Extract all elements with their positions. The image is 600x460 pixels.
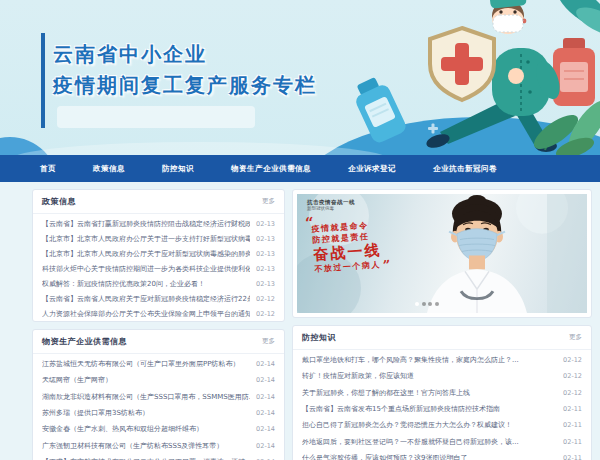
news-item[interactable]: 【云南省】云南省打赢新冠肺炎疫情防控阻击战稳定经济运行财税政...02-13 [42, 216, 275, 231]
news-item[interactable]: 【云南省】云南省人民政府关于应对新冠肺炎疫情稳定经济运行22条...02-12 [42, 291, 275, 306]
carousel-dot[interactable] [428, 302, 432, 306]
news-item[interactable]: 转扩！疫情应对新政策，你应该知道02-12 [302, 368, 582, 384]
knowledge-more-link[interactable]: 更多 [569, 333, 582, 342]
panel-knowledge-header: 防控知识 更多 [293, 326, 591, 350]
policy-more-link[interactable]: 更多 [262, 197, 275, 206]
panel-knowledge: 防控知识 更多 戴口罩坐地铁和打车，哪个风险高？聚集性疫情，家庭内怎么防止？..… [292, 325, 592, 460]
news-item[interactable]: 【云南省】云南省发布15个重点场所新冠肺炎疫情防控技术指南02-11 [302, 401, 582, 417]
banner-carousel: 抗击疫情奋战一线 新型冠状病毒 “ 疫情就是命令 防控就是责任 奋战一线 不放过… [292, 189, 592, 318]
panel-knowledge-title: 防控知识 [302, 332, 336, 343]
panel-policy: 政策信息 更多 【云南省】云南省打赢新冠肺炎疫情防控阻击战稳定经济运行财税政..… [32, 189, 285, 322]
news-item[interactable]: 安徽金春（生产水刺、热风布和双组分超细纤维布）02-14 [42, 421, 275, 437]
nav-item-supply[interactable]: 物资生产企业供需信息 [231, 164, 311, 174]
right-column: 抗击疫情奋战一线 新型冠状病毒 “ 疫情就是命令 防控就是责任 奋战一线 不放过… [292, 189, 592, 460]
shield-icon [430, 28, 494, 100]
panel-policy-title: 政策信息 [42, 196, 76, 207]
panel-supply-title: 物资生产企业供需信息 [42, 336, 127, 347]
page-title: 云南省中小企业 疫情期间复工复产服务专栏 [53, 39, 317, 101]
news-item[interactable]: 关于新冠肺炎，你想了解的都在这里！官方问答库上线02-12 [302, 385, 582, 401]
title-underlay [57, 106, 255, 128]
news-item[interactable]: 权威解答：新冠疫情防控优惠政策20问，企业必看！02-13 [42, 276, 275, 291]
title-accent-bar [41, 33, 45, 128]
news-item[interactable]: 广东强韧卫材科技有限公司（生产纺粘布SSS及弹性耳带）02-14 [42, 437, 275, 453]
news-item[interactable]: 戴口罩坐地铁和打车，哪个风险高？聚集性疫情，家庭内怎么防止？...02-12 [302, 352, 582, 368]
nav-item-appeal[interactable]: 企业诉求登记 [348, 164, 396, 174]
news-item[interactable]: 【需求】东方航空技术有限公司云南分公司需口罩、消毒液、酒精02-14 [42, 454, 275, 460]
page-title-line1: 云南省中小企业 [53, 39, 317, 70]
left-column: 政策信息 更多 【云南省】云南省打赢新冠肺炎疫情防控阻击战稳定经济运行财税政..… [32, 189, 285, 460]
news-item[interactable]: 【北京市】北京市人民政府办公厅关于应对新型冠状病毒感染的肺炎...02-13 [42, 246, 275, 261]
news-item[interactable]: 什么是气溶胶传播，应该如何预防？这9张图说明白了02-11 [302, 450, 582, 460]
nav-item-knowledge[interactable]: 防控知识 [162, 164, 194, 174]
news-item[interactable]: 科技部火炬中心关于疫情防控期间进一步为各类科技企业提供便利化...02-13 [42, 261, 275, 276]
carousel-dot[interactable] [422, 302, 426, 306]
hero-header: 云南省中小企业 疫情期间复工复产服务专栏 [0, 0, 600, 155]
banner-slogan: “ 疫情就是命令 防控就是责任 奋战一线 不放过一个病人” [311, 218, 392, 275]
panel-policy-header: 政策信息 更多 [33, 190, 284, 214]
carousel-dots [415, 302, 439, 306]
knowledge-list: 戴口罩坐地铁和打车，哪个风险高？聚集性疫情，家庭内怎么防止？...02-12 转… [293, 350, 591, 460]
open-quote: “ [305, 214, 315, 233]
page-title-line2: 疫情期间复工复产服务专栏 [53, 70, 317, 101]
supply-more-link[interactable]: 更多 [262, 337, 275, 346]
panel-supply-header: 物资生产企业供需信息 更多 [33, 330, 284, 354]
carousel-dot[interactable] [415, 302, 419, 306]
news-item[interactable]: 【北京市】北京市人民政府办公厅关于进一步支持打好新型冠状病毒...02-13 [42, 231, 275, 246]
panel-supply: 物资生产企业供需信息 更多 江苏盐城恒天无纺布有限公司（可生产口罩里外面层PP纺… [32, 329, 285, 460]
news-item[interactable]: 天纮网帘（生产网帘）02-14 [42, 372, 275, 388]
policy-list: 【云南省】云南省打赢新冠肺炎疫情防控阻击战稳定经济运行财税政...02-13 【… [33, 214, 284, 321]
banner-image[interactable]: 抗击疫情奋战一线 新型冠状病毒 “ 疫情就是命令 防控就是责任 奋战一线 不放过… [297, 194, 587, 313]
close-quote: ” [382, 257, 392, 273]
main-content: 政策信息 更多 【云南省】云南省打赢新冠肺炎疫情防控阻击战稳定经济运行财税政..… [0, 182, 600, 460]
news-item[interactable]: 外地返回后，要到社区登记吗？一不舒服就怀疑自己得新冠肺炎，该...02-11 [302, 433, 582, 449]
news-item[interactable]: 人力资源社会保障部办公厅关于公布失业保险金网上申领平台的通知02-12 [42, 306, 275, 321]
nav-item-survey[interactable]: 企业抗击新冠问卷 [433, 164, 497, 174]
banner-badge: 抗击疫情奋战一线 新型冠状病毒 [307, 199, 355, 212]
nav-item-policy[interactable]: 政策信息 [93, 164, 125, 174]
nav-item-home[interactable]: 首页 [40, 164, 56, 174]
news-item[interactable]: 担心自己得了新冠肺炎怎么办？觉得恐慌压力大怎么办？权威建议！02-11 [302, 417, 582, 433]
news-item[interactable]: 苏州多瑞（提供口罩用3S纺粘布）02-14 [42, 405, 275, 421]
news-item[interactable]: 江苏盐城恒天无纺布有限公司（可生产口罩里外面层PP纺粘布）02-14 [42, 356, 275, 372]
news-item[interactable]: 湖南欣龙非织造材料有限公司（生产SSS口罩用布，SSMMS医用防...02-14 [42, 389, 275, 405]
carousel-dot[interactable] [435, 302, 439, 306]
main-navbar: 首页 政策信息 防控知识 物资生产企业供需信息 企业诉求登记 企业抗击新冠问卷 [0, 155, 600, 182]
supply-list: 江苏盐城恒天无纺布有限公司（可生产口罩里外面层PP纺粘布）02-14 天纮网帘（… [33, 354, 284, 460]
